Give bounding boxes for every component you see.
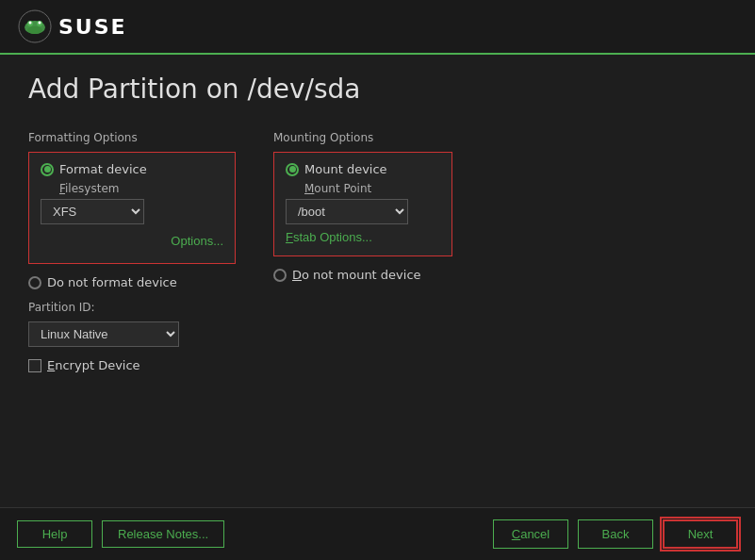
no-format-option[interactable]: Do not format device <box>28 275 236 289</box>
mount-select-row: /boot / /home /var swap <box>286 199 440 224</box>
svg-point-5 <box>29 22 32 25</box>
no-mount-radio[interactable] <box>273 269 287 282</box>
app-footer: Help Release Notes... Cancel Back Next <box>0 507 755 560</box>
suse-logo-icon <box>17 8 53 44</box>
formatting-section-label: Formatting Options <box>28 131 236 144</box>
format-device-radio[interactable] <box>41 163 54 176</box>
mount-point-sublabel: Mount Point <box>304 182 440 195</box>
format-device-option[interactable]: Format device <box>41 162 223 176</box>
options-button[interactable]: Options... <box>41 230 223 252</box>
mount-device-radio[interactable] <box>286 163 299 176</box>
partition-id-select[interactable]: Linux Native Linux Swap Linux LVM EFI Sy… <box>28 321 179 347</box>
encrypt-checkbox[interactable] <box>28 359 41 372</box>
mounting-section-label: Mounting Options <box>273 131 452 144</box>
formatting-box: Format device Filesystem XFS Ext4 Ext3 B… <box>28 152 236 264</box>
main-content: Add Partition on /dev/sda Formatting Opt… <box>0 55 755 507</box>
partition-id-section: Partition ID: Linux Native Linux Swap Li… <box>28 301 236 347</box>
cancel-button[interactable]: Cancel <box>493 519 568 549</box>
svg-point-4 <box>27 26 42 34</box>
footer-left-buttons: Help Release Notes... <box>17 520 224 548</box>
format-device-label: Format device <box>59 162 147 176</box>
mount-device-option[interactable]: Mount device <box>286 162 440 176</box>
mounting-panel: Mounting Options Mount device Mount Poin… <box>273 131 452 282</box>
no-format-label: Do not format device <box>47 275 177 289</box>
app-header: SUSE <box>0 0 755 55</box>
suse-brand-text: SUSE <box>58 15 127 39</box>
no-mount-option[interactable]: Do not mount device <box>273 268 452 282</box>
release-notes-button[interactable]: Release Notes... <box>102 520 224 548</box>
encrypt-device-label: Encrypt Device <box>47 358 140 372</box>
page-title: Add Partition on /dev/sda <box>28 74 727 105</box>
mount-point-select[interactable]: /boot / /home /var swap <box>286 199 408 224</box>
fstab-options-button[interactable]: Fstab Options... <box>286 230 372 244</box>
next-button[interactable]: Next <box>663 519 738 549</box>
mount-device-label: Mount device <box>304 162 387 176</box>
filesystem-select-row: XFS Ext4 Ext3 Btrfs FAT <box>41 199 223 224</box>
partition-id-label: Partition ID: <box>28 301 236 314</box>
encrypt-device-row[interactable]: Encrypt Device <box>28 358 236 372</box>
filesystem-sublabel: Filesystem <box>59 182 223 195</box>
filesystem-text: Filesystem <box>59 182 119 195</box>
mount-point-text: Mount Point <box>304 182 371 195</box>
help-button[interactable]: Help <box>17 520 92 548</box>
mounting-box: Mount device Mount Point /boot / /home /… <box>273 152 452 256</box>
suse-logo: SUSE <box>17 8 127 44</box>
svg-point-6 <box>39 22 41 25</box>
content-area: Formatting Options Format device Filesys… <box>28 131 727 372</box>
back-button[interactable]: Back <box>578 519 653 549</box>
footer-right-buttons: Cancel Back Next <box>493 519 738 549</box>
formatting-panel: Formatting Options Format device Filesys… <box>28 131 236 372</box>
no-mount-label: Do not mount device <box>292 268 421 282</box>
no-format-radio[interactable] <box>28 276 41 289</box>
filesystem-select[interactable]: XFS Ext4 Ext3 Btrfs FAT <box>41 199 144 224</box>
